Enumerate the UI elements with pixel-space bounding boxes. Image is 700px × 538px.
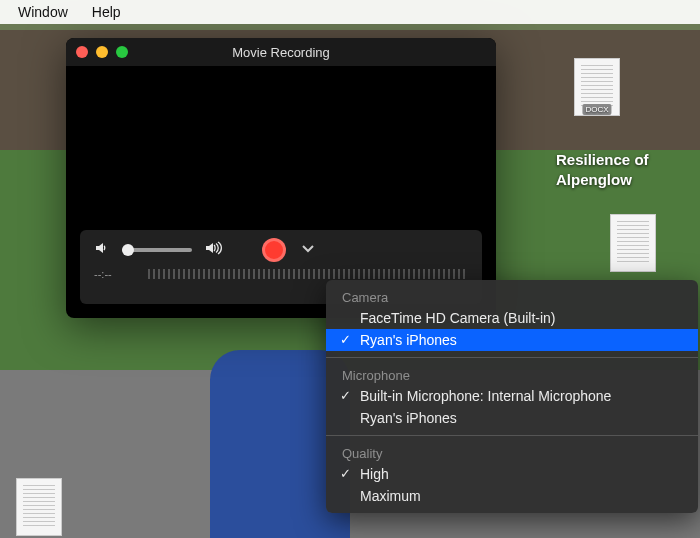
menu-item-quality-high[interactable]: ✓ High (326, 463, 698, 485)
menu-item-facetime-camera[interactable]: FaceTime HD Camera (Built-in) (326, 307, 698, 329)
record-button[interactable] (262, 238, 286, 262)
options-chevron-down-icon[interactable] (302, 243, 314, 257)
slider-thumb[interactable] (122, 244, 134, 256)
menu-item-label: High (360, 466, 389, 482)
menu-section-microphone: Microphone (326, 364, 698, 385)
menu-item-quality-maximum[interactable]: Maximum (326, 485, 698, 507)
menu-item-ryans-iphones-camera[interactable]: ✓ Ryan's iPhones (326, 329, 698, 351)
document-icon (610, 214, 656, 272)
movie-recording-window: Movie Recording --:-- (66, 38, 496, 318)
document-icon: DOCX (574, 58, 620, 116)
traffic-lights (76, 46, 128, 58)
desktop-file-label-line2: Alpenglow (556, 171, 632, 188)
window-titlebar[interactable]: Movie Recording (66, 38, 496, 66)
file-badge: DOCX (582, 104, 611, 115)
menu-separator (326, 357, 698, 358)
checkmark-icon: ✓ (340, 388, 351, 403)
document-icon (16, 478, 62, 536)
menu-item-label: Ryan's iPhones (360, 410, 457, 426)
minimize-button[interactable] (96, 46, 108, 58)
menu-item-ryans-iphones-mic[interactable]: Ryan's iPhones (326, 407, 698, 429)
menu-help[interactable]: Help (80, 4, 133, 20)
zoom-button[interactable] (116, 46, 128, 58)
menu-item-builtin-microphone[interactable]: ✓ Built-in Microphone: Internal Micropho… (326, 385, 698, 407)
desktop-file-label[interactable]: Resilience of Alpenglow (556, 150, 649, 189)
menu-item-label: FaceTime HD Camera (Built-in) (360, 310, 556, 326)
window-title: Movie Recording (232, 45, 330, 60)
volume-slider[interactable] (122, 248, 192, 252)
menu-window[interactable]: Window (6, 4, 80, 20)
recording-options-menu: Camera FaceTime HD Camera (Built-in) ✓ R… (326, 280, 698, 513)
desktop-file-label-line1: Resilience of (556, 151, 649, 168)
menu-section-quality: Quality (326, 442, 698, 463)
menu-bar: Window Help (0, 0, 700, 24)
desktop-file-doc3[interactable] (12, 478, 66, 538)
desktop-file-doc2[interactable] (606, 214, 660, 276)
checkmark-icon: ✓ (340, 332, 351, 347)
menu-item-label: Built-in Microphone: Internal Microphone (360, 388, 611, 404)
volume-high-icon (204, 240, 224, 260)
menu-separator (326, 435, 698, 436)
menu-item-label: Maximum (360, 488, 421, 504)
recording-time: --:-- (94, 268, 112, 280)
volume-low-icon (94, 240, 110, 260)
desktop-file-docx[interactable]: DOCX (570, 58, 624, 120)
menu-item-label: Ryan's iPhones (360, 332, 457, 348)
checkmark-icon: ✓ (340, 466, 351, 481)
menu-section-camera: Camera (326, 286, 698, 307)
close-button[interactable] (76, 46, 88, 58)
audio-level-meter (148, 269, 468, 279)
